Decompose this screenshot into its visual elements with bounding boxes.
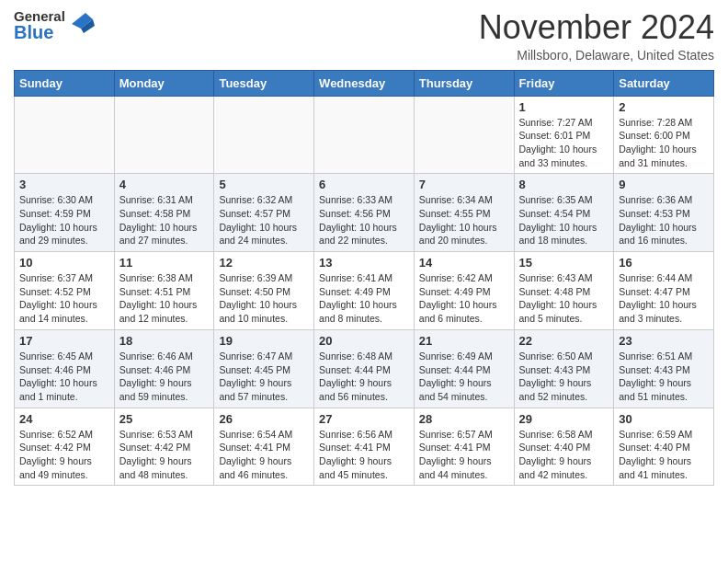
- day-number: 22: [519, 334, 609, 348]
- table-row: 27Sunrise: 6:56 AM Sunset: 4:41 PM Dayli…: [314, 408, 415, 486]
- table-row: 7Sunrise: 6:34 AM Sunset: 4:55 PM Daylig…: [414, 174, 514, 252]
- table-row: 19Sunrise: 6:47 AM Sunset: 4:45 PM Dayli…: [214, 329, 314, 408]
- day-info: Sunrise: 6:37 AM Sunset: 4:52 PM Dayligh…: [19, 271, 109, 326]
- day-info: Sunrise: 6:44 AM Sunset: 4:47 PM Dayligh…: [619, 271, 709, 326]
- table-row: [15, 96, 115, 174]
- day-number: 6: [319, 178, 409, 191]
- day-number: 30: [619, 412, 709, 426]
- day-info: Sunrise: 7:28 AM Sunset: 6:00 PM Dayligh…: [619, 116, 709, 170]
- table-row: 4Sunrise: 6:31 AM Sunset: 4:58 PM Daylig…: [114, 174, 214, 252]
- day-info: Sunrise: 6:46 AM Sunset: 4:46 PM Dayligh…: [119, 350, 210, 404]
- day-number: 3: [19, 178, 109, 191]
- day-number: 21: [419, 334, 509, 348]
- day-info: Sunrise: 6:31 AM Sunset: 4:58 PM Dayligh…: [119, 193, 210, 247]
- day-info: Sunrise: 6:38 AM Sunset: 4:51 PM Dayligh…: [119, 271, 210, 326]
- day-number: 19: [219, 334, 309, 348]
- day-info: Sunrise: 6:47 AM Sunset: 4:45 PM Dayligh…: [219, 350, 309, 404]
- table-row: [314, 96, 415, 174]
- day-info: Sunrise: 6:35 AM Sunset: 4:54 PM Dayligh…: [519, 193, 609, 247]
- location: Millsboro, Delaware, United States: [479, 48, 714, 63]
- table-row: [414, 96, 514, 174]
- table-row: 13Sunrise: 6:41 AM Sunset: 4:49 PM Dayli…: [314, 252, 415, 330]
- day-info: Sunrise: 6:43 AM Sunset: 4:48 PM Dayligh…: [519, 271, 609, 326]
- day-number: 13: [319, 256, 409, 270]
- month-title: November 2024: [479, 9, 714, 46]
- day-info: Sunrise: 6:50 AM Sunset: 4:43 PM Dayligh…: [519, 350, 609, 404]
- day-number: 15: [519, 256, 609, 270]
- table-row: 11Sunrise: 6:38 AM Sunset: 4:51 PM Dayli…: [114, 252, 214, 330]
- table-row: 20Sunrise: 6:48 AM Sunset: 4:44 PM Dayli…: [314, 329, 415, 408]
- col-friday: Friday: [514, 70, 614, 96]
- day-number: 25: [119, 412, 210, 426]
- day-number: 27: [319, 412, 409, 426]
- day-info: Sunrise: 7:27 AM Sunset: 6:01 PM Dayligh…: [519, 116, 609, 170]
- day-number: 18: [119, 334, 210, 348]
- logo: General Blue: [14, 9, 95, 41]
- table-row: [114, 96, 214, 174]
- table-row: 25Sunrise: 6:53 AM Sunset: 4:42 PM Dayli…: [114, 408, 214, 486]
- table-row: 18Sunrise: 6:46 AM Sunset: 4:46 PM Dayli…: [114, 329, 214, 408]
- day-number: 14: [419, 256, 509, 270]
- calendar-header-row: Sunday Monday Tuesday Wednesday Thursday…: [15, 70, 714, 96]
- col-monday: Monday: [114, 70, 214, 96]
- day-info: Sunrise: 6:45 AM Sunset: 4:46 PM Dayligh…: [19, 350, 109, 404]
- logo-general-text: General: [14, 9, 65, 23]
- calendar-week-row: 1Sunrise: 7:27 AM Sunset: 6:01 PM Daylig…: [15, 96, 714, 174]
- day-number: 11: [119, 256, 210, 270]
- day-number: 9: [619, 178, 709, 191]
- day-info: Sunrise: 6:36 AM Sunset: 4:53 PM Dayligh…: [619, 193, 709, 247]
- table-row: 16Sunrise: 6:44 AM Sunset: 4:47 PM Dayli…: [614, 252, 714, 330]
- day-info: Sunrise: 6:52 AM Sunset: 4:42 PM Dayligh…: [19, 428, 109, 482]
- table-row: 17Sunrise: 6:45 AM Sunset: 4:46 PM Dayli…: [15, 329, 115, 408]
- table-row: 14Sunrise: 6:42 AM Sunset: 4:49 PM Dayli…: [414, 252, 514, 330]
- day-number: 4: [119, 178, 210, 191]
- table-row: 21Sunrise: 6:49 AM Sunset: 4:44 PM Dayli…: [414, 329, 514, 408]
- calendar-week-row: 3Sunrise: 6:30 AM Sunset: 4:59 PM Daylig…: [15, 174, 714, 252]
- day-info: Sunrise: 6:42 AM Sunset: 4:49 PM Dayligh…: [419, 271, 509, 326]
- header: General Blue November 2024 Millsboro, De…: [14, 9, 714, 63]
- day-number: 24: [19, 412, 109, 426]
- day-number: 26: [219, 412, 309, 426]
- table-row: 1Sunrise: 7:27 AM Sunset: 6:01 PM Daylig…: [514, 96, 614, 174]
- table-row: 5Sunrise: 6:32 AM Sunset: 4:57 PM Daylig…: [214, 174, 314, 252]
- table-row: 12Sunrise: 6:39 AM Sunset: 4:50 PM Dayli…: [214, 252, 314, 330]
- table-row: 22Sunrise: 6:50 AM Sunset: 4:43 PM Dayli…: [514, 329, 614, 408]
- table-row: 23Sunrise: 6:51 AM Sunset: 4:43 PM Dayli…: [614, 329, 714, 408]
- day-info: Sunrise: 6:54 AM Sunset: 4:41 PM Dayligh…: [219, 428, 309, 482]
- day-number: 29: [519, 412, 609, 426]
- day-number: 7: [419, 178, 509, 191]
- day-number: 28: [419, 412, 509, 426]
- day-number: 23: [619, 334, 709, 348]
- day-info: Sunrise: 6:34 AM Sunset: 4:55 PM Dayligh…: [419, 193, 509, 247]
- title-block: November 2024 Millsboro, Delaware, Unite…: [479, 9, 714, 63]
- table-row: 28Sunrise: 6:57 AM Sunset: 4:41 PM Dayli…: [414, 408, 514, 486]
- table-row: 24Sunrise: 6:52 AM Sunset: 4:42 PM Dayli…: [15, 408, 115, 486]
- day-number: 2: [619, 100, 709, 114]
- day-number: 20: [319, 334, 409, 348]
- calendar-week-row: 24Sunrise: 6:52 AM Sunset: 4:42 PM Dayli…: [15, 408, 714, 486]
- calendar-week-row: 17Sunrise: 6:45 AM Sunset: 4:46 PM Dayli…: [15, 329, 714, 408]
- calendar-table: Sunday Monday Tuesday Wednesday Thursday…: [14, 70, 714, 487]
- day-info: Sunrise: 6:58 AM Sunset: 4:40 PM Dayligh…: [519, 428, 609, 482]
- table-row: 8Sunrise: 6:35 AM Sunset: 4:54 PM Daylig…: [514, 174, 614, 252]
- day-info: Sunrise: 6:49 AM Sunset: 4:44 PM Dayligh…: [419, 350, 509, 404]
- col-tuesday: Tuesday: [214, 70, 314, 96]
- logo-bird-icon: [67, 6, 95, 41]
- col-thursday: Thursday: [414, 70, 514, 96]
- day-info: Sunrise: 6:56 AM Sunset: 4:41 PM Dayligh…: [319, 428, 409, 482]
- day-info: Sunrise: 6:48 AM Sunset: 4:44 PM Dayligh…: [319, 350, 409, 404]
- table-row: 10Sunrise: 6:37 AM Sunset: 4:52 PM Dayli…: [15, 252, 115, 330]
- table-row: 9Sunrise: 6:36 AM Sunset: 4:53 PM Daylig…: [614, 174, 714, 252]
- col-sunday: Sunday: [15, 70, 115, 96]
- day-info: Sunrise: 6:41 AM Sunset: 4:49 PM Dayligh…: [319, 271, 409, 326]
- day-info: Sunrise: 6:51 AM Sunset: 4:43 PM Dayligh…: [619, 350, 709, 404]
- col-wednesday: Wednesday: [314, 70, 415, 96]
- table-row: 15Sunrise: 6:43 AM Sunset: 4:48 PM Dayli…: [514, 252, 614, 330]
- day-info: Sunrise: 6:59 AM Sunset: 4:40 PM Dayligh…: [619, 428, 709, 482]
- table-row: 29Sunrise: 6:58 AM Sunset: 4:40 PM Dayli…: [514, 408, 614, 486]
- day-info: Sunrise: 6:33 AM Sunset: 4:56 PM Dayligh…: [319, 193, 409, 247]
- logo-blue-text: Blue: [14, 23, 65, 41]
- day-number: 17: [19, 334, 109, 348]
- day-number: 12: [219, 256, 309, 270]
- table-row: 3Sunrise: 6:30 AM Sunset: 4:59 PM Daylig…: [15, 174, 115, 252]
